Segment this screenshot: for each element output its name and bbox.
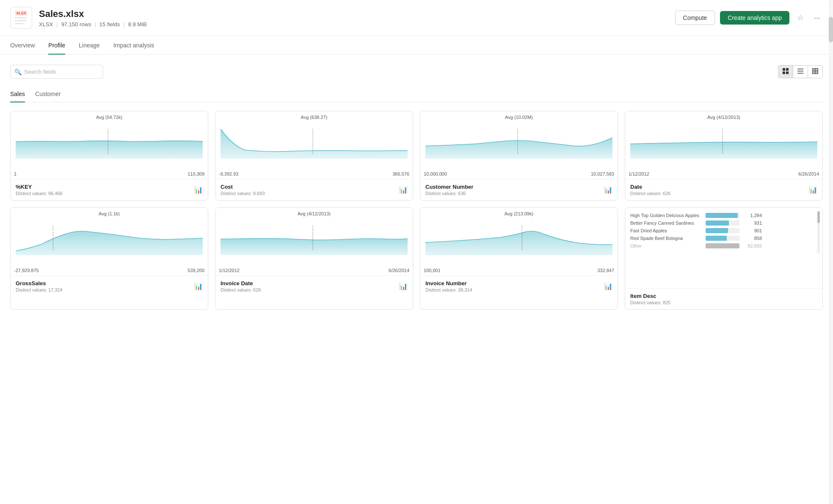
tab-impact-analysis[interactable]: Impact analysis: [113, 36, 154, 55]
range-max: 539,200: [188, 268, 204, 273]
card-footer: Cost Distinct values: 8,693 📊: [215, 179, 413, 200]
bar-item-2: Better Fancy Canned Sardines 931: [630, 220, 817, 226]
card-footer: Item Desc Distinct values: 825: [625, 288, 822, 309]
card-gross-sales: Avg (1.1k) -27,929.875 539,200 GrossSale…: [10, 207, 208, 310]
page-header: XLSX Sales.xlsx XLSX | 97,150 rows | 15 …: [0, 0, 833, 36]
view-controls: [778, 65, 823, 78]
file-type-label: XLSX: [15, 11, 28, 16]
compute-button[interactable]: Compute: [675, 11, 715, 25]
search-icon: 🔍: [14, 69, 22, 75]
card-customer-number: Avg (10.02M) 10,000,000 10,027,583 Custo…: [420, 111, 618, 201]
tab-lineage[interactable]: Lineage: [79, 36, 100, 55]
page-scrollbar[interactable]: [829, 0, 833, 320]
range-min: -9,392.93: [219, 171, 238, 176]
bar-value: 1,284: [743, 213, 762, 218]
card-name: %KEY: [16, 184, 63, 190]
svg-rect-13: [817, 68, 818, 74]
file-size: 8.9 MiB: [128, 21, 147, 28]
card-distinct: Distinct values: 17,324: [16, 287, 63, 292]
bar-value-other: 92,692: [743, 243, 762, 248]
bar-value: 931: [743, 220, 762, 226]
card-range: -9,392.93 366,576: [215, 171, 413, 179]
range-min: 1: [14, 171, 17, 176]
histogram-icon: 📊: [399, 186, 408, 194]
range-max: 110,309: [188, 171, 204, 176]
range-max: 332,847: [597, 268, 614, 273]
subtab-sales[interactable]: Sales: [10, 87, 25, 102]
card-distinct: Distinct values: 8,693: [221, 191, 265, 196]
card-invoice-date-chart: Avg (4/12/2013): [215, 208, 413, 267]
range-min: 10,000,000: [424, 171, 447, 176]
card-name: Customer Number: [425, 184, 473, 190]
card-name: Item Desc: [630, 293, 670, 299]
main-tabs: Overview Profile Lineage Impact analysis: [0, 36, 833, 55]
search-input[interactable]: [10, 65, 103, 79]
subtabs: Sales Customer: [10, 87, 823, 102]
card-name: Date: [630, 184, 670, 190]
card-name: Invoice Number: [425, 280, 472, 286]
bar-label: Red Spade Beef Bologna: [630, 236, 702, 241]
card-item-desc-chart: High Top Golden Delcious Apples 1,284 Be…: [625, 208, 822, 288]
card-range: 1/12/2012 6/26/2014: [625, 171, 822, 179]
card-footer: %KEY Distinct values: 96,466 📊: [11, 179, 208, 200]
range-max: 366,576: [392, 171, 409, 176]
file-format: XLSX: [39, 21, 53, 28]
avg-label: Avg (1.1k): [99, 211, 120, 216]
svg-rect-2: [783, 72, 785, 74]
bar-wrap: [706, 243, 739, 248]
card-date: Avg (4/12/2013) 1/12/2012 6/26/2014 Date…: [625, 111, 823, 201]
bar-fill: [706, 236, 727, 241]
file-meta: XLSX | 97,150 rows | 15 fields | 8.9 MiB: [39, 21, 675, 28]
range-max: 10,027,583: [591, 171, 614, 176]
avg-label: Avg (638.27): [301, 115, 328, 120]
card-item-desc: High Top Golden Delcious Apples 1,284 Be…: [625, 207, 823, 310]
card-name: Cost: [221, 184, 265, 190]
avg-label: Avg (4/12/2013): [707, 115, 740, 120]
histogram-icon: 📊: [194, 282, 203, 290]
svg-rect-3: [786, 72, 789, 74]
table-view-button[interactable]: [808, 66, 822, 78]
card-customer-number-chart: Avg (10.02M): [420, 111, 618, 171]
card-range: 100,001 332,847: [420, 267, 618, 275]
range-min: 1/12/2012: [219, 268, 240, 273]
range-min: 1/12/2012: [629, 171, 649, 176]
list-view-button[interactable]: [793, 66, 808, 78]
star-button[interactable]: ☆: [794, 11, 806, 25]
file-title: Sales.xlsx: [39, 8, 675, 19]
card-range: -27,929.875 539,200: [11, 267, 208, 275]
bar-wrap: [706, 220, 739, 226]
avg-label: Avg (213.09k): [505, 211, 533, 216]
file-icon: XLSX: [10, 7, 32, 29]
card-cost-chart: Avg (638.27): [215, 111, 413, 171]
svg-rect-6: [797, 73, 803, 74]
bar-value: 858: [743, 236, 762, 241]
bar-item-other: Other 92,692: [630, 243, 817, 248]
bar-fill: [706, 213, 738, 218]
tab-profile[interactable]: Profile: [48, 36, 65, 55]
histogram-icon: 📊: [604, 186, 612, 194]
svg-rect-1: [786, 68, 789, 71]
more-options-button[interactable]: ···: [811, 11, 823, 25]
scrollbar-thumb: [829, 17, 833, 42]
grid-view-button[interactable]: [778, 66, 793, 78]
bar-item-3: Fast Dried Apples 901: [630, 228, 817, 233]
bar-value: 901: [743, 228, 762, 233]
range-max: 6/26/2014: [798, 171, 819, 176]
subtab-customer[interactable]: Customer: [35, 87, 61, 102]
search-bar-row: 🔍: [10, 65, 823, 79]
svg-rect-11: [812, 68, 813, 74]
tab-overview[interactable]: Overview: [10, 36, 35, 55]
bar-item-4: Red Spade Beef Bologna 858: [630, 236, 817, 241]
bar-item-1: High Top Golden Delcious Apples 1,284: [630, 213, 817, 218]
file-rows: 97,150 rows: [61, 21, 91, 28]
card-distinct: Distinct values: 38,314: [425, 287, 472, 292]
card-range: 1 110,309: [11, 171, 208, 179]
avg-label: Avg (10.02M): [505, 115, 533, 120]
create-analytics-button[interactable]: Create analytics app: [720, 11, 789, 25]
svg-rect-12: [815, 68, 816, 74]
card-footer: Customer Number Distinct values: 636 📊: [420, 179, 618, 200]
svg-rect-0: [783, 68, 785, 71]
card-distinct: Distinct values: 626: [630, 191, 670, 196]
bar-label: Better Fancy Canned Sardines: [630, 220, 702, 226]
histogram-icon: 📊: [399, 282, 408, 290]
